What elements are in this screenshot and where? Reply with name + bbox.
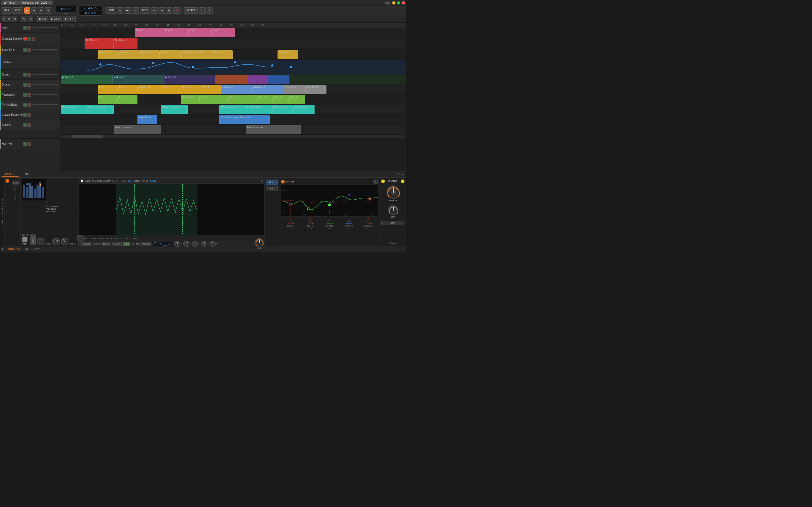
scene-go2[interactable]: ▶ Go 2 [49, 16, 62, 22]
view-btn3[interactable]: ⊟ [12, 16, 17, 22]
solo-fx[interactable]: S [23, 103, 27, 107]
clip-keys-2[interactable]: Keys 2 [164, 28, 188, 37]
skip-fwd-button[interactable]: ⏭ [124, 7, 131, 14]
play-label-button[interactable]: PLAY [12, 7, 23, 14]
select-tool[interactable]: □ [28, 16, 33, 22]
solo-drums[interactable]: S [23, 83, 27, 87]
undo-button[interactable]: ↩ [151, 7, 158, 14]
clip-beat-1d[interactable]: Beat 1 [181, 85, 201, 94]
mix-tab[interactable]: MIX [22, 172, 32, 177]
group-clip-2[interactable] [247, 75, 268, 84]
edit-tab[interactable]: EDIT [35, 172, 45, 177]
scrollbar-thumb[interactable] [71, 135, 103, 138]
device-in-button[interactable]: ← [199, 7, 206, 14]
knob-r[interactable] [210, 241, 216, 247]
clip-gran-1[interactable]: Tek Kords 1 [85, 38, 114, 49]
knob-shift[interactable] [388, 205, 398, 215]
mute-fx[interactable]: M [28, 103, 31, 107]
add-track-button[interactable]: + [2, 131, 4, 136]
arrange-tab[interactable]: ARRANGE [2, 172, 19, 177]
clip-fx-6[interactable]: FX And Shots 3 [272, 105, 293, 114]
record-button[interactable]: ● [38, 7, 44, 14]
clip-fx-4[interactable]: FX And Shots 2 [219, 105, 246, 114]
mute-master[interactable]: M [28, 142, 31, 146]
knob-out[interactable] [255, 238, 263, 246]
maximize-button[interactable] [397, 1, 400, 4]
clip-perc-3[interactable]: Perc 2 [200, 95, 229, 104]
mute-granular[interactable]: M [32, 37, 36, 41]
play-button[interactable]: ▶ [24, 7, 30, 14]
mix-status[interactable]: MIX [24, 248, 29, 251]
horizontal-scrollbar[interactable] [61, 135, 406, 138]
clip-perc-7[interactable]: Perc 5 [290, 95, 305, 104]
eq-power[interactable] [281, 180, 285, 183]
clip-scene-2[interactable]: ▶ Scene 2 [112, 75, 164, 84]
solo-granular[interactable]: S [28, 37, 31, 41]
close-button[interactable] [402, 1, 405, 4]
browser-button[interactable]: ⊞ [166, 7, 172, 14]
knob-h[interactable] [183, 241, 189, 247]
tab-track[interactable]: 16-TRACK [1, 1, 18, 5]
knob-amount[interactable] [387, 185, 400, 199]
clip-fx-2[interactable]: FX And Shots 2 [87, 105, 114, 114]
solo-bass[interactable]: S [23, 48, 27, 52]
clip-keys-3[interactable]: Keys 3 [188, 28, 211, 37]
clip-bass-4[interactable]: BassArp 1 [160, 50, 180, 59]
solo-master[interactable]: S [23, 142, 27, 146]
loop-button[interactable]: ⟳ [45, 7, 51, 14]
knob-s[interactable] [201, 241, 207, 247]
waveform-display[interactable] [79, 184, 264, 235]
clip-poly-1[interactable]: PolyChords [138, 115, 157, 124]
clip-gran-2[interactable]: Tek Kords 1 [114, 38, 138, 49]
clip-perc-1[interactable]: Perc 1 [98, 95, 118, 104]
clip-fx-1[interactable]: FX and Shots 1 [61, 105, 87, 114]
mute-group4[interactable]: M [28, 73, 31, 76]
len-btn[interactable]: LEN [123, 242, 131, 246]
scene-4x4[interactable]: ▶ 4 x 4 [63, 16, 75, 22]
eq-add-btn[interactable]: + [373, 180, 378, 184]
clip-beat-1a[interactable]: Beat 1 [98, 85, 118, 94]
knob-motion[interactable] [61, 238, 68, 245]
view-btn1[interactable]: ≡ [2, 16, 6, 22]
fader-group4[interactable] [33, 74, 58, 75]
minimize-button[interactable] [392, 1, 395, 4]
clip-perc-4[interactable]: Perc 2 [229, 95, 258, 104]
clip-bass-7[interactable]: BassArp 3 [277, 50, 298, 59]
clip-fx-5[interactable]: FX And Shots 2 [246, 105, 272, 114]
eq-graph[interactable]: 20 100 1k 10k 24k +20 0 -20 [281, 185, 378, 217]
edit-status[interactable]: EDIT [34, 248, 40, 251]
fader-perc[interactable] [33, 94, 58, 95]
play-mode-btn[interactable]: PLAY [101, 242, 110, 246]
clip-bass-5[interactable]: BassArp 2-bounce-1 [180, 50, 212, 59]
clip-bass-1[interactable]: BassArp 1 [98, 50, 118, 59]
tempo-display[interactable]: 123.00 [55, 6, 77, 12]
mute-poly[interactable]: M [28, 113, 31, 117]
fx-btn[interactable]: FX [266, 186, 278, 191]
clip-perc-5[interactable]: Perc 3 [258, 95, 273, 104]
clip-trap-2[interactable]: Trap Beat 2 [305, 85, 326, 94]
mix-icon-button[interactable]: ≡ [117, 7, 123, 14]
clip-scene-1[interactable]: ▶ Scene 1 [61, 75, 112, 84]
select-button[interactable]: Select [30, 234, 36, 245]
clip-poly-bounce[interactable]: Classic Polysynth-bounce-1 [219, 115, 270, 124]
clip-keys-4[interactable]: Keys 3 [211, 28, 235, 37]
fader-drums[interactable] [33, 84, 58, 85]
mute-drums[interactable]: M [28, 83, 31, 87]
add-button[interactable]: ADD [106, 7, 116, 14]
skip-back-button[interactable]: ⏮ [132, 7, 139, 14]
solo-perc[interactable]: S [23, 93, 27, 97]
clip-4x4-2[interactable]: 4x4 Beat 1 [221, 85, 252, 94]
clip-audio6-1[interactable]: Beat 1-bounce-1 [114, 125, 161, 134]
clip-fx-3[interactable]: FX And Shots 2 [161, 105, 188, 114]
mute-keys[interactable]: M [28, 26, 31, 30]
clip-4x4-1[interactable]: 4x4 Beat 1 [138, 85, 161, 94]
edit-button[interactable]: EDIT [140, 7, 150, 14]
mute-perc[interactable]: M [28, 93, 31, 97]
fader-keys[interactable] [33, 27, 58, 28]
solo-audio6[interactable]: S [23, 123, 27, 127]
power-icon[interactable] [6, 179, 9, 183]
tab-project[interactable]: MyProject_16T_2020 ✕ [19, 1, 53, 5]
arrange-status[interactable]: ARRANGE [7, 248, 20, 251]
cursor-tool[interactable]: ↖ [21, 16, 27, 22]
knob-a[interactable] [174, 241, 180, 247]
